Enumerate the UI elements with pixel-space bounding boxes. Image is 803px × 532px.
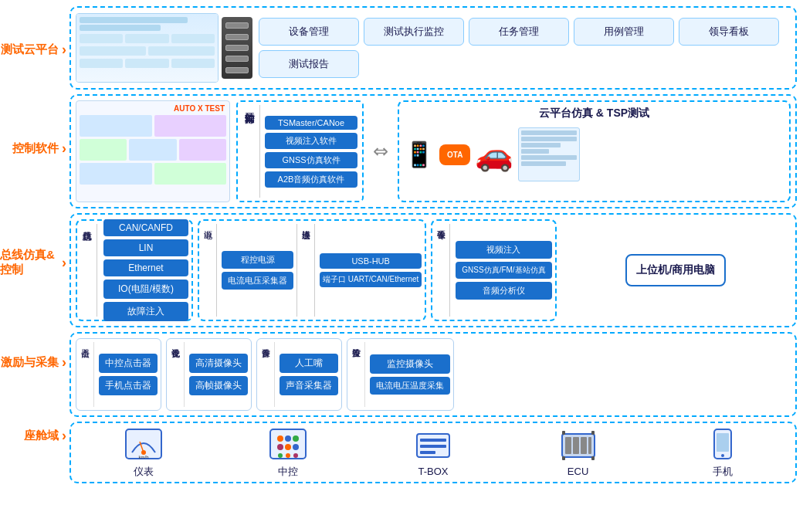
screen-cell-4: [80, 46, 146, 56]
excite-audio-label: 声音设备: [260, 342, 275, 407]
cloud-sim-box: 云平台仿真 & TSP测试 📱 OTA 🚗: [398, 100, 791, 202]
excite-monitor-label: 监控设备: [351, 342, 365, 407]
excite-click-item-0: 中控点击器: [99, 354, 158, 373]
label-bus: 总线仿真&控制 ›: [0, 205, 69, 320]
screen-bar-2: [80, 25, 161, 31]
excite-visual-group: 视觉设备 高清摄像头 高帧摄像头: [166, 338, 252, 411]
server-disk-4: [225, 56, 249, 62]
bus-right-group: 专项设备 视频注入 GNSS仿真/FM/基站仿真 音频分析仪: [431, 219, 556, 321]
svg-text:km/h: km/h: [138, 455, 148, 459]
connect-items: USB-HUB 端子口 UART/CAN/Ethernet: [320, 224, 422, 317]
third-party-items: TSMaster/CANoe 视频注入软件 GNSS仿真软件 A2B音频仿真软件: [265, 105, 357, 198]
screen-mini: [518, 127, 580, 181]
special-item-1: GNSS仿真/FM/基站仿真: [456, 262, 551, 279]
screen-cell-3: [171, 34, 215, 43]
excite-visual-item-0: 高清摄像头: [189, 354, 248, 373]
section-control: AUTO X TEST: [69, 94, 797, 208]
cabin-item-hmi: 中控: [267, 427, 310, 479]
excite-monitor-group: 监控设备 监控摄像头 电流电压温度采集: [347, 338, 454, 411]
power-items: 程控电源 电流电压采集器: [222, 224, 293, 317]
screen-cell-6: [80, 59, 123, 68]
server-disk-5: [225, 67, 249, 73]
svg-point-7: [293, 435, 299, 442]
bus-arrow: ›: [62, 255, 66, 271]
cloud-btn-device-mgmt[interactable]: 设备管理: [259, 18, 359, 46]
server-disk-1: [225, 22, 249, 29]
cabin-item-phone: 手机: [702, 427, 744, 479]
excite-click-label: 点击器: [80, 342, 94, 407]
cabin-item-ecu: ECU: [557, 428, 599, 477]
control-arrow: ›: [62, 141, 66, 157]
car-icon: 🚗: [475, 137, 513, 173]
left-labels: 测试云平台 › 控制软件 › 总线仿真&控制 › 激励与采集 › 座舱域 ›: [0, 0, 69, 532]
tp-item-0: TSMaster/CANoe: [265, 116, 357, 130]
excite-click-items: 中控点击器 手机点击器: [99, 342, 158, 407]
svg-rect-23: [562, 431, 565, 435]
cloud-btn-dashboard[interactable]: 领导看板: [679, 18, 779, 46]
excite-audio-item-1: 声音采集器: [280, 376, 338, 395]
connect-item-0: USB-HUB: [320, 253, 422, 269]
excite-visual-items: 高清摄像头 高帧摄像头: [189, 342, 248, 407]
connect-item-1: 端子口 UART/CAN/Ethernet: [320, 272, 422, 287]
svg-rect-24: [591, 431, 595, 435]
ctrl-cell-7: [154, 163, 227, 185]
cabin-label-dashboard: 仪表: [134, 465, 154, 479]
mini-bar-1: [521, 130, 577, 135]
connect-label: 连通模块: [300, 224, 315, 317]
excite-arrow: ›: [62, 354, 66, 371]
svg-point-11: [278, 453, 283, 458]
tp-item-1: 视频注入软件: [265, 133, 357, 149]
cloud-btn-test-monitor[interactable]: 测试执行监控: [364, 18, 464, 46]
bus-middle-group: 电源 程控电源 电流电压采集器 连通模块 USB-HUB 端子口 UART/CA…: [198, 219, 426, 321]
cabin-arrow: ›: [62, 428, 66, 444]
cloud-sim-title: 云平台仿真 & TSP测试: [404, 107, 784, 120]
svg-point-13: [293, 453, 298, 458]
tbox-icon: [412, 428, 454, 463]
cabin-label-phone: 手机: [713, 465, 733, 479]
ota-box: OTA: [439, 144, 470, 165]
server-icon: [222, 17, 252, 79]
special-item-2: 音频分析仪: [456, 282, 551, 300]
arrow-to-cloud-sim: ⇔: [370, 100, 391, 202]
svg-point-29: [721, 454, 724, 457]
server-disk-3: [225, 45, 249, 51]
mini-bar-2: [521, 137, 577, 141]
phone-svg: [703, 428, 742, 460]
mini-bar-3: [521, 143, 560, 147]
svg-rect-20: [573, 437, 579, 454]
ota-label: OTA: [447, 151, 462, 159]
screen-row-3: [80, 59, 215, 68]
excite-visual-item-1: 高帧摄像头: [189, 376, 248, 395]
special-item-0: 视频注入: [456, 241, 551, 259]
cabin-item-tbox: T-BOX: [412, 428, 454, 477]
cloud-buttons: 设备管理 测试执行监控 任务管理 用例管理 领导看板 测试报告: [259, 18, 791, 78]
bus-sim-label: 总线仿真: [80, 224, 97, 317]
cabin-item-dashboard: km/h 仪表: [122, 427, 164, 479]
pc-label: 上位机/商用电脑: [625, 254, 726, 286]
server-disk-2: [225, 34, 249, 40]
ctrl-cell-3: [80, 139, 127, 161]
main-content: 设备管理 测试执行监控 任务管理 用例管理 领导看板 测试报告 AUTO X T…: [69, 0, 803, 532]
power-section: 电源 程控电源 电流电压采集器: [202, 224, 293, 317]
cloud-btn-case-mgmt[interactable]: 用例管理: [574, 18, 674, 46]
excite-click-item-1: 手机点击器: [99, 376, 158, 395]
cloud-btn-report[interactable]: 测试报告: [259, 50, 359, 78]
bus-label-text: 总线仿真&控制: [0, 248, 59, 277]
bus-item-1: LIN: [103, 239, 188, 256]
screen-cell-7: [125, 59, 168, 68]
control-screenshot: AUTO X TEST: [76, 100, 230, 202]
hmi-svg: [269, 428, 307, 460]
cabin-label-hmi: 中控: [278, 465, 298, 479]
svg-rect-16: [420, 445, 446, 448]
label-cabin: 座舱域 ›: [0, 405, 69, 466]
special-items: 视频注入 GNSS仿真/FM/基站仿真 音频分析仪: [456, 224, 551, 317]
svg-point-5: [277, 435, 283, 442]
cloud-arrow: ›: [62, 42, 66, 58]
tp-item-3: A2B音频仿真软件: [265, 171, 357, 188]
cloud-btn-task-mgmt[interactable]: 任务管理: [469, 18, 569, 46]
label-cloud: 测试云平台 ›: [0, 8, 69, 91]
bus-item-2: Ethernet: [103, 259, 188, 276]
mock-screen: [76, 14, 218, 82]
excite-audio-item-0: 人工嘴: [280, 354, 338, 373]
cabin-label-text: 座舱域: [24, 429, 59, 443]
